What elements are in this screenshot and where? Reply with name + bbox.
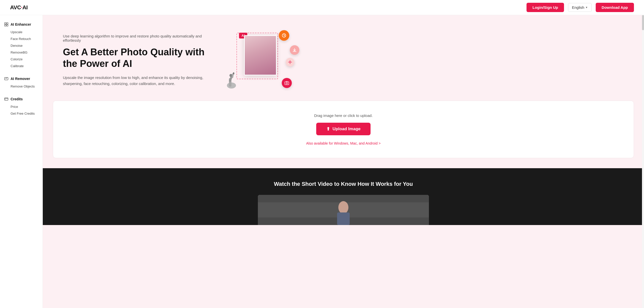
hero-subtitle: Use deep learning algorithm to improve a… bbox=[63, 34, 214, 42]
sidebar-enhancer-label: AI Enhancer bbox=[11, 22, 31, 26]
credits-icon bbox=[4, 97, 9, 101]
floating-icon-enhance bbox=[279, 30, 289, 41]
sidebar-item-denoise[interactable]: Denoise bbox=[0, 42, 43, 49]
sidebar-credits-label: Credits bbox=[11, 97, 23, 101]
sidebar-section-credits: Credits Price Get Free Credits bbox=[0, 95, 43, 117]
sidebar-item-price[interactable]: Price bbox=[0, 103, 43, 110]
sidebar-section-title-enhancer[interactable]: AI Enhancer bbox=[0, 20, 43, 29]
svg-rect-25 bbox=[233, 72, 234, 74]
main-content: Use deep learning algorithm to improve a… bbox=[43, 15, 644, 308]
robot-arm-illustration bbox=[224, 70, 244, 91]
floating-icon-settings bbox=[286, 58, 294, 66]
sidebar-item-removebg[interactable]: RemoveBG bbox=[0, 49, 43, 56]
floating-icon-camera bbox=[282, 78, 292, 88]
sidebar-item-calibrate[interactable]: Calibrate bbox=[0, 63, 43, 69]
sidebar: AI Enhancer Upscale Face Retouch Denoise… bbox=[0, 15, 43, 308]
svg-rect-2 bbox=[5, 25, 6, 26]
chevron-down-icon: ▼ bbox=[585, 6, 588, 9]
video-section: Watch the Short Video to Know How It Wor… bbox=[43, 168, 644, 225]
svg-rect-1 bbox=[7, 23, 8, 24]
svg-rect-3 bbox=[7, 25, 8, 26]
page-wrapper: AI Enhancer Upscale Face Retouch Denoise… bbox=[0, 15, 644, 308]
hero-photo bbox=[244, 35, 277, 75]
sidebar-section-enhancer: AI Enhancer Upscale Face Retouch Denoise… bbox=[0, 20, 43, 69]
drag-drop-text: Drag image here or click to upload. bbox=[58, 113, 629, 118]
sidebar-item-get-free-credits[interactable]: Get Free Credits bbox=[0, 110, 43, 117]
svg-point-19 bbox=[286, 82, 288, 84]
sidebar-section-title-credits[interactable]: Credits bbox=[0, 95, 43, 103]
svg-rect-29 bbox=[337, 212, 350, 225]
video-thumbnail[interactable] bbox=[258, 195, 429, 225]
svg-point-28 bbox=[338, 201, 348, 214]
logo[interactable]: AVC·AI bbox=[10, 4, 28, 11]
sidebar-section-title-remover[interactable]: AI Remover bbox=[0, 74, 43, 83]
sidebar-remover-label: AI Remover bbox=[11, 77, 30, 81]
svg-rect-18 bbox=[285, 82, 289, 85]
hero-text: Use deep learning algorithm to improve a… bbox=[63, 34, 214, 86]
upload-button-label: Upload Image bbox=[333, 126, 360, 131]
upload-image-button[interactable]: ⬆ Upload Image bbox=[316, 123, 371, 135]
hero-image-area: AI bbox=[224, 30, 299, 91]
svg-rect-7 bbox=[245, 75, 277, 75]
sidebar-item-face-retouch[interactable]: Face Retouch bbox=[0, 35, 43, 42]
sidebar-item-remove-objects[interactable]: Remove Objects bbox=[0, 83, 43, 90]
svg-point-6 bbox=[5, 99, 6, 100]
svg-point-17 bbox=[289, 61, 291, 63]
hero-description: Upscale the image resolution from low to… bbox=[63, 75, 214, 87]
scrollbar-track bbox=[642, 15, 644, 308]
header: AVC·AI Login/Sign Up English ▼ Download … bbox=[0, 0, 644, 15]
sidebar-section-remover: AI Remover Remove Objects bbox=[0, 74, 43, 90]
header-right: Login/Sign Up English ▼ Download App bbox=[527, 3, 634, 12]
scrollbar-thumb[interactable] bbox=[642, 15, 644, 30]
upload-section: Drag image here or click to upload. ⬆ Up… bbox=[53, 101, 634, 158]
download-app-button[interactable]: Download App bbox=[596, 3, 634, 12]
video-section-title: Watch the Short Video to Know How It Wor… bbox=[53, 181, 634, 187]
svg-rect-5 bbox=[5, 98, 8, 100]
upload-icon: ⬆ bbox=[326, 126, 330, 132]
login-button[interactable]: Login/Sign Up bbox=[527, 3, 564, 12]
sidebar-item-colorize[interactable]: Colorize bbox=[0, 56, 43, 63]
available-platforms-link[interactable]: Also available for Windows, Mac, and And… bbox=[58, 141, 629, 145]
remover-icon bbox=[4, 76, 9, 81]
language-selector[interactable]: English ▼ bbox=[568, 3, 591, 12]
floating-icon-download bbox=[290, 45, 299, 55]
svg-rect-0 bbox=[5, 23, 6, 24]
video-play-area[interactable] bbox=[258, 195, 429, 225]
hero-title: Get A Better Photo Quality with the Powe… bbox=[63, 47, 214, 69]
hero-section: Use deep learning algorithm to improve a… bbox=[43, 15, 644, 101]
language-label: English bbox=[572, 5, 584, 10]
enhancer-icon bbox=[4, 22, 9, 27]
sidebar-item-upscale[interactable]: Upscale bbox=[0, 29, 43, 35]
